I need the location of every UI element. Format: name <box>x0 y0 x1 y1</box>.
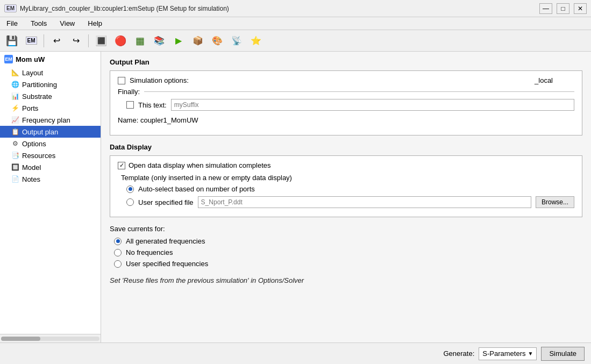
browse-button[interactable]: Browse... <box>536 196 574 208</box>
open-display-checkbox[interactable] <box>118 162 125 169</box>
sidebar-item-frequency-plan[interactable]: 📈 Frequency plan <box>0 114 101 126</box>
user-freq-label: User specified frequencies <box>126 260 208 268</box>
play-icon: ▶ <box>175 35 182 46</box>
menu-tools[interactable]: Tools <box>29 19 49 28</box>
name-label: Name: coupler1_MomUW <box>118 116 198 124</box>
open-display-row[interactable]: Open data display when simulation comple… <box>118 161 574 169</box>
user-file-radio[interactable] <box>126 198 134 206</box>
play-button[interactable]: ▶ <box>170 33 187 49</box>
generate-label: Generate: <box>443 349 474 358</box>
antenna-button[interactable]: 📡 <box>228 33 245 49</box>
user-file-row[interactable]: User specified file Browse... <box>118 196 574 208</box>
sidebar-item-model[interactable]: 🔲 Model <box>0 161 101 173</box>
save-icon: 💾 <box>6 35 18 47</box>
output-plan-section: Output Plan Simulation options: _local F… <box>110 58 582 135</box>
menu-file[interactable]: File <box>4 19 20 28</box>
grid-button[interactable]: ▦ <box>131 33 148 49</box>
simulation-options-checkbox[interactable] <box>118 77 125 84</box>
sidebar-model-label: Model <box>22 163 41 172</box>
sidebar-item-substrate[interactable]: 📊 Substrate <box>0 90 101 102</box>
special-icon: ⭐ <box>251 35 261 46</box>
sidebar-item-layout[interactable]: 📐 Layout <box>0 67 101 78</box>
user-freq-row[interactable]: User specified frequencies <box>110 260 582 268</box>
title-bar: EM MyLibrary_csdn_coupler_lib:coupler1:e… <box>0 0 591 17</box>
redo-button[interactable]: ↪ <box>67 33 84 49</box>
maximize-button[interactable]: □ <box>557 3 569 14</box>
box3d-icon: 📦 <box>193 35 203 46</box>
user-file-input[interactable] <box>198 196 531 208</box>
undo-icon: ↩ <box>53 35 60 46</box>
color-button[interactable]: 🎨 <box>209 33 226 49</box>
output-plan-title: Output Plan <box>110 58 582 66</box>
app-badge: EM <box>4 4 17 12</box>
all-freq-radio[interactable] <box>114 238 122 245</box>
em-icon1-button[interactable]: 🔳 <box>92 33 110 49</box>
sidebar-item-output-plan[interactable]: 📋 Output plan <box>0 126 101 138</box>
auto-select-row[interactable]: Auto-select based on number of ports <box>118 185 574 193</box>
sidebar-item-notes[interactable]: 📄 Notes <box>0 173 101 185</box>
note-row: Set 'Reuse files from the previous simul… <box>110 276 582 284</box>
this-text-checkbox[interactable] <box>126 101 134 109</box>
antenna-icon: 📡 <box>231 35 242 46</box>
simulation-options-row: Simulation options: _local <box>118 76 574 84</box>
data-display-title: Data Display <box>110 143 582 151</box>
simulation-options-value: _local <box>193 76 574 84</box>
em-grid-button[interactable]: EM <box>23 33 40 49</box>
model-icon: 🔲 <box>11 163 19 172</box>
menu-view[interactable]: View <box>58 19 77 28</box>
sidebar-item-partitioning[interactable]: 🌐 Partitioning <box>0 78 101 90</box>
save-button[interactable]: 💾 <box>3 33 20 49</box>
finally-row: Finally: <box>118 88 574 96</box>
this-text-input[interactable] <box>171 99 574 111</box>
layers-icon: 📚 <box>154 35 165 46</box>
frequency-icon: 📈 <box>11 116 19 124</box>
box3d-button[interactable]: 📦 <box>189 33 207 49</box>
minimize-button[interactable]: — <box>539 3 552 14</box>
simulate-button[interactable]: Simulate <box>541 347 585 361</box>
generate-value: S-Parameters <box>482 349 525 358</box>
sidebar: EM Mom uW 📐 Layout 🌐 Partitioning 📊 Subs… <box>0 52 101 342</box>
layers-button[interactable]: 📚 <box>151 33 168 49</box>
no-freq-row[interactable]: No frequencies <box>110 248 582 256</box>
sidebar-scrollbar[interactable] <box>0 334 101 342</box>
auto-select-radio[interactable] <box>126 185 134 193</box>
title-bar-left: EM MyLibrary_csdn_coupler_lib:coupler1:e… <box>4 4 229 12</box>
close-button[interactable]: ✕ <box>574 3 587 14</box>
redo-icon: ↪ <box>73 35 80 46</box>
em-grid-icon: EM <box>26 37 37 45</box>
save-currents-section: Save currents for: All generated frequen… <box>110 225 582 268</box>
name-row: Name: coupler1_MomUW <box>118 116 574 124</box>
menu-bar: File Tools View Help <box>0 17 591 30</box>
grid-icon: ▦ <box>136 35 145 47</box>
data-display-box: Open data display when simulation comple… <box>110 155 582 217</box>
sidebar-item-resources[interactable]: 📑 Resources <box>0 149 101 161</box>
main-layout: EM Mom uW 📐 Layout 🌐 Partitioning 📊 Subs… <box>0 52 591 342</box>
color-icon: 🎨 <box>212 35 223 46</box>
em-icon2-button[interactable]: 🔴 <box>112 33 129 49</box>
generate-select[interactable]: S-Parameters ▼ <box>479 347 537 360</box>
dropdown-chevron-icon: ▼ <box>528 351 533 356</box>
sidebar-output-label: Output plan <box>22 128 58 136</box>
scrollbar-thumb[interactable] <box>1 337 40 341</box>
title-controls: — □ ✕ <box>539 3 587 14</box>
sidebar-root[interactable]: EM Mom uW <box>0 52 101 67</box>
no-freq-radio[interactable] <box>114 249 122 256</box>
menu-help[interactable]: Help <box>86 19 104 28</box>
sidebar-root-label: Mom uW <box>16 55 45 63</box>
all-freq-label: All generated frequencies <box>126 237 205 245</box>
user-freq-radio[interactable] <box>114 260 122 268</box>
sidebar-resources-label: Resources <box>22 152 55 160</box>
toolbar-separator-2 <box>88 34 89 47</box>
sidebar-substrate-label: Substrate <box>22 92 52 101</box>
all-freq-row[interactable]: All generated frequencies <box>110 237 582 245</box>
toolbar: 💾 EM ↩ ↪ 🔳 🔴 ▦ 📚 ▶ 📦 🎨 📡 ⭐ <box>0 30 591 52</box>
no-freq-label: No frequencies <box>126 248 173 256</box>
data-display-section: Data Display Open data display when simu… <box>110 143 582 217</box>
sidebar-item-ports[interactable]: ⚡ Ports <box>0 102 101 114</box>
substrate-icon: 📊 <box>11 92 19 101</box>
template-label: Template (only inserted in a new or empt… <box>118 174 574 182</box>
special-button[interactable]: ⭐ <box>247 33 265 49</box>
toolbar-separator-1 <box>44 34 44 47</box>
undo-button[interactable]: ↩ <box>48 33 65 49</box>
sidebar-item-options[interactable]: ⚙ Options <box>0 138 101 149</box>
